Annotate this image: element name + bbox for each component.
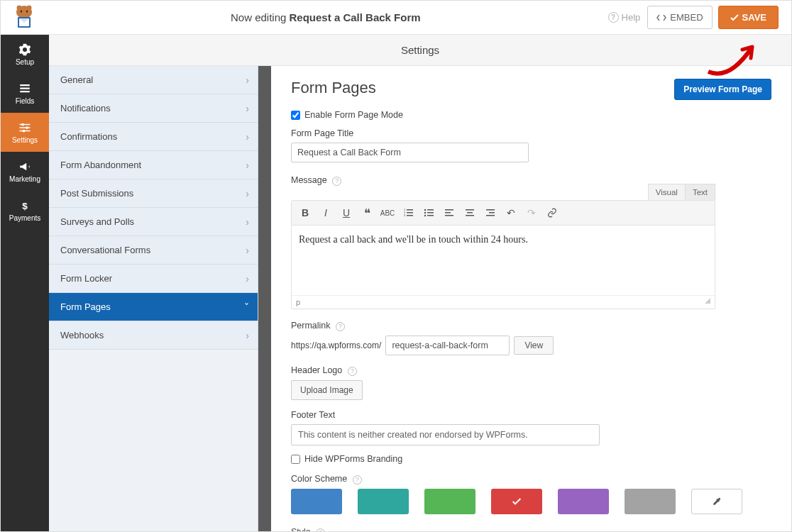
gear-icon (18, 43, 31, 56)
nav-settings[interactable]: Settings (1, 113, 49, 152)
help-icon[interactable]: ? (332, 177, 341, 186)
nav-fields[interactable]: Fields (1, 74, 49, 113)
color-swatch[interactable] (358, 489, 409, 514)
editor-content[interactable]: Request a call back and we'll be in touc… (292, 226, 715, 295)
nav-marketing[interactable]: Marketing (1, 152, 49, 191)
settings-item-conversational-forms[interactable]: Conversational Forms› (49, 236, 258, 265)
svg-rect-34 (467, 212, 473, 214)
page-title: Form Pages (291, 79, 376, 97)
permalink-view-button[interactable]: View (514, 336, 554, 355)
chevron-right-icon: › (246, 103, 249, 114)
code-icon (656, 13, 666, 22)
svg-rect-13 (20, 127, 31, 128)
color-scheme-label: Color Scheme ? (291, 474, 771, 484)
form-page-title-input[interactable] (291, 143, 529, 162)
align-left-button[interactable] (440, 204, 458, 222)
nav-setup[interactable]: Setup (1, 35, 49, 74)
settings-item-confirmations[interactable]: Confirmations› (49, 123, 258, 151)
settings-item-surveys-and-polls[interactable]: Surveys and Polls› (49, 208, 258, 236)
svg-rect-9 (20, 87, 30, 89)
settings-sidebar: General›Notifications›Confirmations›Form… (49, 66, 258, 531)
tab-text[interactable]: Text (686, 184, 715, 200)
footer-text-input[interactable] (291, 424, 600, 445)
svg-point-4 (26, 10, 28, 12)
bold-button[interactable]: B (296, 204, 314, 222)
settings-item-general[interactable]: General› (49, 66, 258, 94)
settings-item-label: Form Abandonment (60, 160, 141, 170)
link-button[interactable] (543, 204, 561, 222)
underline-button[interactable]: U (337, 204, 356, 222)
svg-point-3 (21, 10, 22, 12)
upload-image-button[interactable]: Upload Image (291, 380, 363, 400)
chevron-right-icon: › (246, 160, 249, 171)
chevron-right-icon: › (246, 216, 249, 228)
svg-rect-37 (489, 212, 495, 214)
undo-button[interactable]: ↶ (502, 204, 520, 222)
left-nav: Setup Fields Settings Marketing $ Paymen… (1, 35, 49, 531)
svg-rect-27 (427, 212, 434, 214)
color-swatch[interactable] (424, 489, 475, 514)
color-swatch[interactable] (291, 489, 342, 514)
topbar: Now editing Request a Call Back Form ? H… (1, 1, 791, 35)
color-swatch[interactable] (491, 489, 542, 514)
enable-checkbox-input[interactable] (291, 111, 300, 120)
save-button[interactable]: SAVE (718, 6, 779, 29)
svg-rect-31 (445, 212, 451, 214)
svg-rect-10 (20, 91, 30, 92)
editing-title: Now editing Request a Call Back Form (43, 11, 608, 23)
settings-item-form-abandonment[interactable]: Form Abandonment› (49, 151, 258, 179)
resize-handle-icon[interactable] (705, 298, 710, 304)
megaphone-icon (18, 160, 31, 173)
redo-button[interactable]: ↷ (522, 204, 541, 222)
help-icon[interactable]: ? (348, 367, 357, 376)
svg-rect-18 (407, 209, 413, 211)
align-right-button[interactable] (481, 204, 500, 222)
svg-point-2 (27, 5, 32, 10)
color-swatch[interactable] (625, 489, 676, 514)
svg-rect-35 (466, 215, 474, 216)
svg-point-14 (26, 126, 28, 129)
embed-button[interactable]: EMBED (647, 6, 712, 29)
strikethrough-button[interactable]: ABC (378, 204, 397, 222)
preview-form-page-button[interactable]: Preview Form Page (674, 79, 771, 100)
permalink-slug-input[interactable] (385, 336, 510, 355)
permalink-label: Permalink ? (291, 321, 771, 331)
color-picker-button[interactable] (691, 489, 742, 514)
unordered-list-button[interactable] (419, 204, 438, 222)
quote-button[interactable]: ❝ (358, 204, 376, 222)
help-icon[interactable]: ? (316, 528, 325, 531)
list-icon (18, 82, 31, 95)
svg-rect-29 (427, 215, 434, 216)
settings-item-notifications[interactable]: Notifications› (49, 94, 258, 123)
svg-rect-36 (486, 209, 495, 211)
enable-form-page-checkbox[interactable]: Enable Form Page Mode (291, 110, 771, 120)
chevron-right-icon: › (246, 245, 249, 256)
ordered-list-button[interactable]: 123 (399, 204, 417, 222)
align-center-button[interactable] (461, 204, 479, 222)
svg-rect-8 (20, 84, 30, 86)
svg-point-1 (17, 5, 22, 10)
chevron-right-icon: › (246, 330, 249, 341)
dollar-icon: $ (18, 199, 31, 212)
editor-status-bar: p (292, 295, 715, 309)
wpforms-logo[interactable] (5, 3, 43, 33)
hide-branding-input[interactable] (291, 455, 300, 464)
settings-item-form-pages[interactable]: Form Pages˅ (49, 293, 258, 321)
color-swatch[interactable] (558, 489, 609, 514)
settings-item-form-locker[interactable]: Form Locker› (49, 265, 258, 293)
hide-branding-checkbox[interactable]: Hide WPForms Branding (291, 454, 771, 464)
help-link[interactable]: ? Help (608, 12, 641, 23)
settings-item-webhooks[interactable]: Webhooks› (49, 321, 258, 350)
italic-button[interactable]: I (317, 204, 335, 222)
chevron-right-icon: › (246, 188, 249, 199)
sub-header: Settings (49, 35, 791, 66)
chevron-down-icon: ˅ (244, 301, 249, 313)
help-icon[interactable]: ? (353, 475, 362, 484)
tab-visual[interactable]: Visual (648, 184, 686, 200)
svg-rect-33 (466, 209, 474, 211)
help-icon[interactable]: ? (336, 322, 345, 331)
check-icon (511, 496, 522, 507)
settings-item-post-submissions[interactable]: Post Submissions› (49, 179, 258, 208)
nav-payments[interactable]: $ Payments (1, 191, 49, 230)
settings-item-label: Confirmations (60, 131, 117, 142)
